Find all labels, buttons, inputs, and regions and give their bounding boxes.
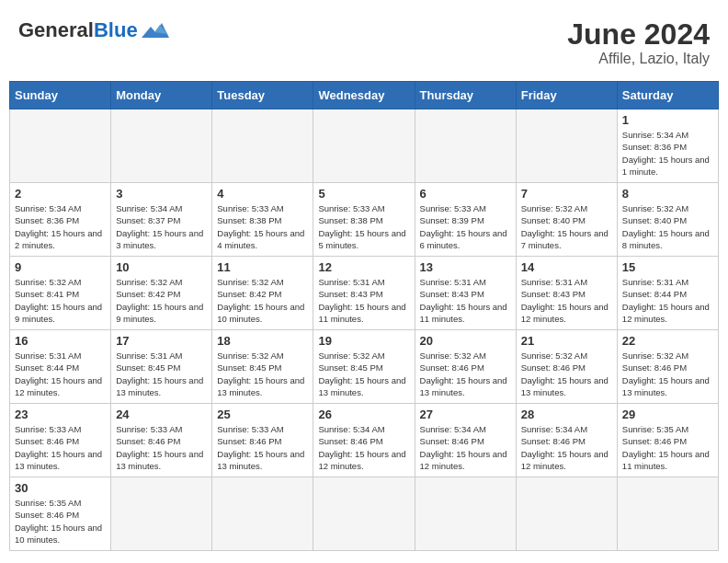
calendar-cell: 5Sunrise: 5:33 AM Sunset: 8:38 PM Daylig… [313, 183, 415, 257]
col-header-sunday: Sunday [10, 82, 111, 109]
header: GeneralBlue June 2024 Affile, Lazio, Ita… [9, 9, 719, 81]
col-header-monday: Monday [111, 82, 212, 109]
day-info: Sunrise: 5:34 AM Sunset: 8:37 PM Dayligh… [116, 202, 207, 251]
day-number: 21 [521, 334, 612, 348]
day-number: 8 [622, 187, 713, 201]
title-area: June 2024 Affile, Lazio, Italy [567, 18, 710, 67]
day-number: 29 [622, 408, 713, 421]
day-number: 27 [420, 408, 511, 421]
calendar-cell: 1Sunrise: 5:34 AM Sunset: 8:36 PM Daylig… [617, 109, 718, 183]
calendar-table: SundayMondayTuesdayWednesdayThursdayFrid… [9, 81, 719, 551]
calendar-cell: 21Sunrise: 5:32 AM Sunset: 8:46 PM Dayli… [516, 330, 617, 404]
calendar-cell: 23Sunrise: 5:33 AM Sunset: 8:46 PM Dayli… [10, 404, 111, 477]
day-info: Sunrise: 5:33 AM Sunset: 8:38 PM Dayligh… [217, 202, 308, 251]
day-number: 19 [318, 334, 409, 348]
day-info: Sunrise: 5:32 AM Sunset: 8:41 PM Dayligh… [15, 276, 106, 325]
calendar-cell [313, 109, 415, 183]
day-info: Sunrise: 5:32 AM Sunset: 8:46 PM Dayligh… [420, 350, 511, 398]
location: Affile, Lazio, Italy [567, 51, 710, 67]
day-info: Sunrise: 5:31 AM Sunset: 8:44 PM Dayligh… [15, 350, 106, 398]
day-number: 16 [15, 334, 106, 348]
day-info: Sunrise: 5:34 AM Sunset: 8:36 PM Dayligh… [15, 202, 106, 251]
day-number: 20 [420, 334, 511, 348]
day-number: 12 [318, 260, 409, 274]
day-info: Sunrise: 5:32 AM Sunset: 8:46 PM Dayligh… [521, 350, 612, 398]
calendar-week-row: 16Sunrise: 5:31 AM Sunset: 8:44 PM Dayli… [10, 330, 719, 404]
calendar-cell: 7Sunrise: 5:32 AM Sunset: 8:40 PM Daylig… [516, 183, 617, 257]
day-number: 1 [622, 113, 713, 127]
day-info: Sunrise: 5:31 AM Sunset: 8:43 PM Dayligh… [420, 276, 511, 325]
calendar-cell [313, 477, 415, 551]
col-header-thursday: Thursday [415, 82, 516, 109]
calendar-cell: 15Sunrise: 5:31 AM Sunset: 8:44 PM Dayli… [617, 257, 718, 330]
day-info: Sunrise: 5:33 AM Sunset: 8:46 PM Dayligh… [15, 423, 106, 472]
day-number: 9 [15, 260, 106, 274]
day-info: Sunrise: 5:32 AM Sunset: 8:42 PM Dayligh… [217, 276, 308, 325]
day-info: Sunrise: 5:32 AM Sunset: 8:40 PM Dayligh… [622, 202, 713, 251]
calendar-cell [516, 477, 617, 551]
calendar-cell [415, 477, 516, 551]
day-info: Sunrise: 5:31 AM Sunset: 8:44 PM Dayligh… [622, 276, 713, 325]
col-header-saturday: Saturday [617, 82, 718, 109]
day-info: Sunrise: 5:33 AM Sunset: 8:46 PM Dayligh… [217, 423, 308, 472]
svg-marker-0 [142, 23, 169, 38]
day-info: Sunrise: 5:35 AM Sunset: 8:46 PM Dayligh… [622, 423, 713, 472]
day-info: Sunrise: 5:32 AM Sunset: 8:42 PM Dayligh… [116, 276, 207, 325]
calendar-cell: 2Sunrise: 5:34 AM Sunset: 8:36 PM Daylig… [10, 183, 111, 257]
day-number: 4 [217, 187, 308, 201]
day-info: Sunrise: 5:34 AM Sunset: 8:46 PM Dayligh… [420, 423, 511, 472]
calendar-cell: 30Sunrise: 5:35 AM Sunset: 8:46 PM Dayli… [10, 477, 111, 551]
calendar-cell: 19Sunrise: 5:32 AM Sunset: 8:45 PM Dayli… [313, 330, 415, 404]
day-number: 23 [15, 408, 106, 421]
day-number: 22 [622, 334, 713, 348]
month-year: June 2024 [567, 18, 710, 51]
day-info: Sunrise: 5:31 AM Sunset: 8:43 PM Dayligh… [521, 276, 612, 325]
logo-bird-icon [142, 19, 169, 41]
calendar-cell [516, 109, 617, 183]
day-info: Sunrise: 5:34 AM Sunset: 8:46 PM Dayligh… [521, 423, 612, 472]
calendar-cell [415, 109, 516, 183]
calendar-cell: 16Sunrise: 5:31 AM Sunset: 8:44 PM Dayli… [10, 330, 111, 404]
day-info: Sunrise: 5:32 AM Sunset: 8:45 PM Dayligh… [217, 350, 308, 398]
calendar-cell: 27Sunrise: 5:34 AM Sunset: 8:46 PM Dayli… [415, 404, 516, 477]
day-number: 17 [116, 334, 207, 348]
day-number: 13 [420, 260, 511, 274]
day-number: 26 [318, 408, 409, 421]
calendar-cell [10, 109, 111, 183]
logo-blue: Blue [94, 18, 138, 41]
calendar-week-row: 30Sunrise: 5:35 AM Sunset: 8:46 PM Dayli… [10, 477, 719, 551]
day-number: 7 [521, 187, 612, 201]
calendar-cell: 10Sunrise: 5:32 AM Sunset: 8:42 PM Dayli… [111, 257, 212, 330]
calendar-cell: 26Sunrise: 5:34 AM Sunset: 8:46 PM Dayli… [313, 404, 415, 477]
logo-general: General [18, 18, 94, 41]
day-number: 15 [622, 260, 713, 274]
calendar-header-row: SundayMondayTuesdayWednesdayThursdayFrid… [10, 82, 719, 109]
calendar-cell: 18Sunrise: 5:32 AM Sunset: 8:45 PM Dayli… [212, 330, 313, 404]
calendar-cell: 13Sunrise: 5:31 AM Sunset: 8:43 PM Dayli… [415, 257, 516, 330]
day-number: 30 [15, 481, 106, 495]
calendar-cell [212, 477, 313, 551]
day-number: 28 [521, 408, 612, 421]
day-number: 2 [15, 187, 106, 201]
day-info: Sunrise: 5:31 AM Sunset: 8:45 PM Dayligh… [116, 350, 207, 398]
calendar-cell: 8Sunrise: 5:32 AM Sunset: 8:40 PM Daylig… [617, 183, 718, 257]
calendar-week-row: 23Sunrise: 5:33 AM Sunset: 8:46 PM Dayli… [10, 404, 719, 477]
calendar-cell: 20Sunrise: 5:32 AM Sunset: 8:46 PM Dayli… [415, 330, 516, 404]
day-number: 25 [217, 408, 308, 421]
calendar-cell: 24Sunrise: 5:33 AM Sunset: 8:46 PM Dayli… [111, 404, 212, 477]
calendar-cell: 14Sunrise: 5:31 AM Sunset: 8:43 PM Dayli… [516, 257, 617, 330]
calendar-cell: 22Sunrise: 5:32 AM Sunset: 8:46 PM Dayli… [617, 330, 718, 404]
calendar-cell: 3Sunrise: 5:34 AM Sunset: 8:37 PM Daylig… [111, 183, 212, 257]
calendar-cell: 12Sunrise: 5:31 AM Sunset: 8:43 PM Dayli… [313, 257, 415, 330]
day-number: 11 [217, 260, 308, 274]
day-number: 3 [116, 187, 207, 201]
day-info: Sunrise: 5:32 AM Sunset: 8:40 PM Dayligh… [521, 202, 612, 251]
day-info: Sunrise: 5:32 AM Sunset: 8:46 PM Dayligh… [622, 350, 713, 398]
calendar-week-row: 9Sunrise: 5:32 AM Sunset: 8:41 PM Daylig… [10, 257, 719, 330]
day-info: Sunrise: 5:34 AM Sunset: 8:46 PM Dayligh… [318, 423, 409, 472]
logo: GeneralBlue [18, 18, 169, 42]
logo-text: GeneralBlue [18, 18, 138, 42]
day-number: 10 [116, 260, 207, 274]
calendar-cell [212, 109, 313, 183]
day-info: Sunrise: 5:31 AM Sunset: 8:43 PM Dayligh… [318, 276, 409, 325]
